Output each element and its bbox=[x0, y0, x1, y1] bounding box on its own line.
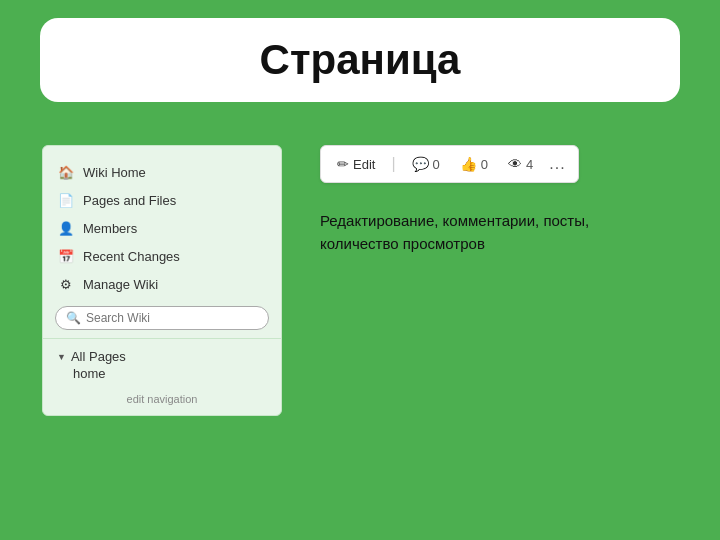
sidebar-panel: 🏠 Wiki Home 📄 Pages and Files 👤 Members … bbox=[42, 145, 282, 416]
triangle-icon: ▼ bbox=[57, 352, 66, 362]
edit-label: Edit bbox=[353, 157, 375, 172]
all-pages-text: All Pages bbox=[71, 349, 126, 364]
all-pages-section: ▼ All Pages home bbox=[43, 345, 281, 385]
separator-1: | bbox=[391, 155, 395, 173]
home-page-link[interactable]: home bbox=[57, 364, 267, 381]
title-card: Страница bbox=[40, 18, 680, 102]
sidebar-item-label: Wiki Home bbox=[83, 165, 146, 180]
sidebar-item-label: Pages and Files bbox=[83, 193, 176, 208]
sidebar-item-label: Members bbox=[83, 221, 137, 236]
sidebar-item-wiki-home[interactable]: 🏠 Wiki Home bbox=[43, 158, 281, 186]
sidebar-item-label: Recent Changes bbox=[83, 249, 180, 264]
comments-button[interactable]: 💬 0 bbox=[408, 154, 444, 174]
likes-button[interactable]: 👍 0 bbox=[456, 154, 492, 174]
all-pages-label[interactable]: ▼ All Pages bbox=[57, 349, 267, 364]
edit-icon: ✏ bbox=[337, 156, 349, 172]
sidebar-item-pages-files[interactable]: 📄 Pages and Files bbox=[43, 186, 281, 214]
likes-icon: 👍 bbox=[460, 156, 477, 172]
description-text: Редактирование, комментарии, посты, коли… bbox=[320, 210, 600, 255]
toolbar-panel: ✏ Edit | 💬 0 👍 0 👁 4 ... bbox=[320, 145, 579, 183]
search-box[interactable]: 🔍 bbox=[55, 306, 269, 330]
edit-button[interactable]: ✏ Edit bbox=[333, 154, 379, 174]
divider bbox=[43, 338, 281, 339]
calendar-icon: 📅 bbox=[57, 247, 75, 265]
page-title: Страница bbox=[70, 36, 650, 84]
sidebar-item-manage-wiki[interactable]: ⚙ Manage Wiki bbox=[43, 270, 281, 298]
comments-icon: 💬 bbox=[412, 156, 429, 172]
search-input[interactable] bbox=[86, 311, 258, 325]
members-icon: 👤 bbox=[57, 219, 75, 237]
more-button[interactable]: ... bbox=[549, 155, 565, 173]
pages-icon: 📄 bbox=[57, 191, 75, 209]
views-count: 4 bbox=[526, 157, 533, 172]
sidebar-item-recent-changes[interactable]: 📅 Recent Changes bbox=[43, 242, 281, 270]
home-icon: 🏠 bbox=[57, 163, 75, 181]
views-button[interactable]: 👁 4 bbox=[504, 154, 537, 174]
search-icon: 🔍 bbox=[66, 311, 81, 325]
likes-count: 0 bbox=[481, 157, 488, 172]
edit-nav-link[interactable]: edit navigation bbox=[43, 393, 281, 405]
gear-icon: ⚙ bbox=[57, 275, 75, 293]
sidebar-item-label: Manage Wiki bbox=[83, 277, 158, 292]
views-icon: 👁 bbox=[508, 156, 522, 172]
comments-count: 0 bbox=[433, 157, 440, 172]
sidebar-item-members[interactable]: 👤 Members bbox=[43, 214, 281, 242]
